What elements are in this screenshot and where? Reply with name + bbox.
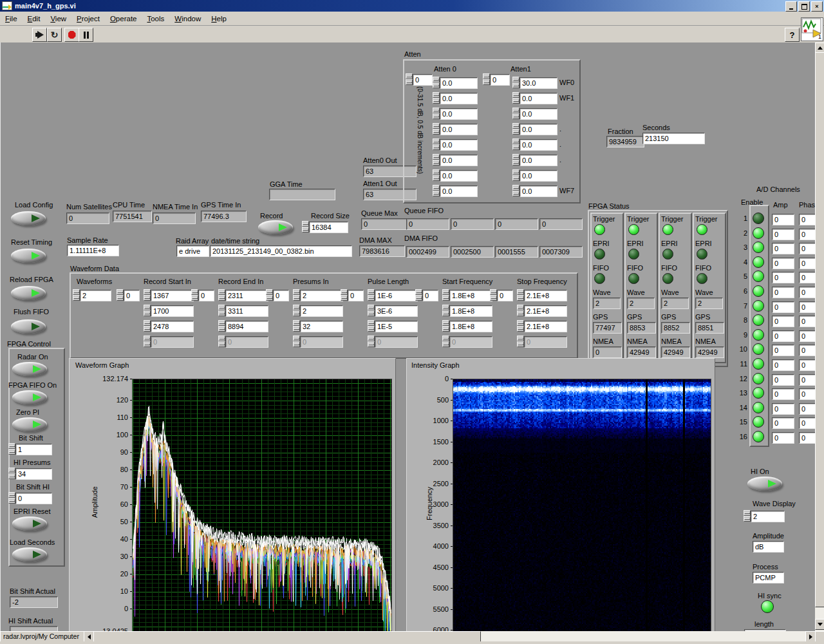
spin-down-hi-presums-numeric-spinner[interactable] (8, 473, 15, 479)
presums-in-1-spinner[interactable] (293, 305, 300, 316)
menu-file[interactable]: File (0, 13, 23, 24)
spin-down-record-start-in-2-spinner[interactable] (144, 326, 151, 332)
atten1-value-5-spinner[interactable] (512, 154, 520, 166)
record-start-in-1[interactable]: 1700 (151, 305, 194, 317)
spin-down-atten0-index-spinner[interactable] (406, 79, 413, 85)
spin-down-presums-in-1-spinner[interactable] (293, 310, 300, 316)
atten0-value-4[interactable]: 0.0 (440, 139, 478, 151)
spin-up-stop-frequency-0-spinner[interactable] (517, 289, 524, 295)
phase-3[interactable]: 0 (799, 243, 816, 254)
spin-down-atten1-value-0-spinner[interactable] (512, 82, 520, 88)
menu-window[interactable]: Window (169, 13, 206, 24)
menu-help[interactable]: Help (206, 13, 232, 24)
atten0-value-6-spinner[interactable] (433, 169, 440, 181)
atten1-value-0[interactable]: 30.0 (520, 77, 557, 89)
run-continuous-button[interactable]: ↻ (47, 28, 62, 42)
presums-in-2[interactable]: 32 (300, 321, 343, 332)
stop-frequency-1[interactable]: 2.1E+8 (524, 305, 567, 317)
record-start-in-0[interactable]: 1367 (151, 290, 194, 301)
spin-up-pulse-length-2-spinner[interactable] (368, 320, 375, 326)
amp-1[interactable]: 0 (772, 214, 794, 225)
presums-in-0-spinner[interactable] (293, 289, 300, 301)
spin-down-record-start-in-3-spinner[interactable] (144, 341, 151, 347)
atten0-value-1-spinner[interactable] (433, 92, 440, 104)
enable-led-16[interactable] (753, 431, 764, 442)
spin-up-atten0-value-1-spinner[interactable] (433, 92, 440, 98)
phase-10[interactable]: 0 (799, 345, 816, 356)
record-end-in-0[interactable]: 2311 (225, 290, 268, 301)
start-frequency-1[interactable]: 1.8E+8 (449, 305, 492, 317)
atten1-index[interactable]: 0 (490, 74, 510, 86)
phase-15[interactable]: 0 (799, 417, 816, 429)
atten1-value-3-spinner[interactable] (512, 123, 520, 135)
amp-10[interactable]: 0 (772, 345, 794, 356)
spin-down-pulse-length-1-spinner[interactable] (368, 310, 375, 316)
run-button[interactable] (32, 28, 47, 42)
atten0-value-4-spinner[interactable] (433, 138, 440, 150)
hi-on-button[interactable] (747, 477, 782, 491)
atten0-value-7[interactable]: 0.0 (440, 185, 478, 197)
phase-14[interactable]: 0 (799, 403, 816, 415)
menu-tools[interactable]: Tools (142, 13, 169, 24)
zero-pi-button[interactable] (12, 417, 47, 431)
stop-frequency-1-spinner[interactable] (517, 305, 524, 316)
spin-up-record-start-in-3-spinner[interactable] (144, 336, 151, 341)
restore-button[interactable] (798, 1, 810, 12)
amp-13[interactable]: 0 (772, 388, 794, 400)
amp-7[interactable]: 0 (772, 301, 794, 313)
atten1-value-6-spinner[interactable] (512, 169, 520, 181)
spin-down-atten0-value-1-spinner[interactable] (433, 98, 440, 104)
record-end-in-2-spinner[interactable] (218, 320, 225, 332)
atten0-value-3-spinner[interactable] (433, 123, 440, 135)
start-frequency-index-spinner[interactable] (415, 289, 422, 301)
spin-up-record-end-in-3-spinner[interactable] (218, 336, 225, 341)
pulse-length-0[interactable]: 1E-6 (375, 290, 418, 301)
record-start-in-index[interactable]: 0 (124, 290, 140, 301)
enable-led-2[interactable] (753, 227, 764, 239)
stop-frequency-2-spinner[interactable] (517, 320, 524, 332)
spin-up-atten0-value-6-spinner[interactable] (433, 169, 440, 175)
spin-down-atten0-value-5-spinner[interactable] (433, 160, 440, 166)
atten0-value-7-spinner[interactable] (433, 185, 440, 196)
spin-up-presums-in-3-spinner[interactable] (293, 336, 300, 341)
record-end-in-1-spinner[interactable] (218, 305, 225, 316)
pulse-length-index[interactable]: 0 (348, 290, 364, 301)
atten0-value-5[interactable]: 0.0 (440, 155, 478, 166)
spin-up-presums-in-0-spinner[interactable] (293, 289, 300, 295)
fpga-fifo-on-button[interactable] (12, 390, 47, 404)
spin-up-record-start-in-1-spinner[interactable] (144, 305, 151, 310)
spin-down-record-end-in-0-spinner[interactable] (218, 295, 225, 301)
spin-down-presums-in-0-spinner[interactable] (293, 295, 300, 301)
spin-down-atten1-value-6-spinner[interactable] (512, 175, 520, 181)
spin-up-record-start-in-2-spinner[interactable] (144, 320, 151, 326)
spin-down-atten1-value-5-spinner[interactable] (512, 160, 520, 166)
spin-down-atten1-value-2-spinner[interactable] (512, 113, 520, 119)
spin-down-start-frequency-1-spinner[interactable] (442, 310, 449, 316)
spin-down-record-start-in-1-spinner[interactable] (144, 310, 151, 316)
spin-up-record-end-in-1-spinner[interactable] (218, 305, 225, 310)
spin-up-bit-shift-hi-numeric-spinner[interactable] (8, 492, 15, 498)
start-frequency-0-spinner[interactable] (442, 289, 449, 301)
spin-up-presums-in-index-spinner[interactable] (266, 289, 273, 295)
amp-15[interactable]: 0 (772, 417, 794, 429)
atten1-index-spinner[interactable] (483, 73, 490, 85)
spin-up-atten0-value-0-spinner[interactable] (433, 77, 440, 82)
spin-up-start-frequency-0-spinner[interactable] (442, 289, 449, 295)
atten0-value-6[interactable]: 0.0 (440, 170, 478, 182)
menu-edit[interactable]: Edit (23, 13, 46, 24)
atten0-value-2-spinner[interactable] (433, 108, 440, 119)
phase-9[interactable]: 0 (799, 330, 816, 342)
bit-shift-numeric[interactable]: 1 (15, 444, 52, 455)
spin-down-stop-frequency-index-spinner[interactable] (490, 295, 497, 301)
atten1-value-2-spinner[interactable] (512, 108, 520, 119)
spin-up-pulse-length-index-spinner[interactable] (341, 289, 348, 295)
amp-3[interactable]: 0 (772, 243, 794, 254)
presums-in-0[interactable]: 2 (300, 290, 343, 301)
hi-presums-numeric[interactable]: 34 (15, 468, 52, 480)
spin-up-presums-in-2-spinner[interactable] (293, 320, 300, 326)
spin-down-atten0-value-0-spinner[interactable] (433, 82, 440, 88)
enable-led-7[interactable] (753, 300, 764, 312)
record-end-in-index[interactable]: 0 (198, 290, 214, 301)
waveforms-spinner[interactable] (73, 289, 80, 301)
spin-up-wave-display-spinner[interactable] (744, 510, 751, 516)
